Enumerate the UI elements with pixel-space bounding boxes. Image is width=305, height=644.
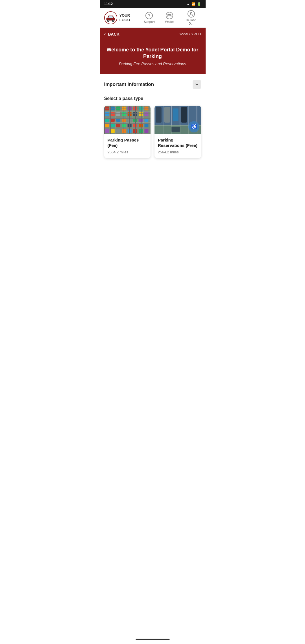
support-label: Support	[144, 20, 155, 23]
svg-rect-23	[110, 106, 114, 110]
svg-rect-50	[127, 123, 131, 127]
nav-divider-2	[179, 13, 179, 23]
important-info-label: Important Information	[104, 82, 154, 87]
pass-card-fee[interactable]: Parking Passes (Fee) 2564.2 miles	[104, 106, 151, 158]
svg-point-3	[108, 20, 109, 21]
svg-point-9	[190, 12, 192, 14]
svg-point-8	[170, 16, 170, 16]
pass-card-free-body: Parking Reservations (Free) 2564.2 miles	[154, 134, 201, 158]
svg-rect-48	[116, 123, 120, 127]
hero-title: Welcome to the Yodel Portal Demo for Par…	[105, 47, 200, 60]
svg-rect-70	[154, 125, 201, 134]
svg-rect-74	[181, 107, 187, 123]
support-button[interactable]: ? Support	[141, 11, 158, 25]
pass-card-fee-name: Parking Passes (Fee)	[108, 137, 147, 148]
profile-button[interactable]: Hi John D...	[181, 9, 201, 26]
important-info-accordion[interactable]: Important Information	[104, 79, 201, 90]
svg-rect-37	[144, 112, 148, 116]
battery-icon: 🔋	[197, 2, 201, 6]
svg-rect-49	[122, 123, 126, 127]
svg-rect-33	[122, 112, 126, 116]
svg-rect-42	[127, 118, 131, 122]
svg-rect-38	[105, 118, 109, 122]
pass-section-title: Select a pass type	[104, 96, 201, 101]
status-bar: 11:12 ▲ 📶 🔋	[100, 0, 206, 8]
wallet-label: Wallet	[165, 20, 174, 23]
svg-rect-58	[127, 129, 131, 133]
breadcrumb: Yodel / YPFD	[179, 32, 201, 36]
svg-rect-29	[144, 106, 148, 110]
back-arrow-icon[interactable]: ‹	[104, 31, 106, 37]
svg-rect-54	[105, 129, 109, 133]
svg-rect-46	[105, 123, 109, 127]
svg-rect-47	[110, 123, 114, 127]
svg-rect-43	[133, 118, 137, 122]
status-time: 11:12	[104, 2, 113, 6]
svg-rect-45	[144, 118, 148, 122]
accordion-expand-icon	[193, 80, 201, 89]
back-label[interactable]: BACK	[108, 32, 177, 36]
nav-actions: ? Support Wallet	[141, 9, 201, 26]
pass-card-fee-distance: 2564.2 miles	[108, 150, 147, 154]
wallet-icon	[166, 12, 173, 19]
svg-rect-73	[173, 108, 178, 121]
svg-rect-60	[139, 129, 143, 133]
svg-rect-36	[139, 112, 143, 116]
svg-rect-59	[133, 129, 137, 133]
svg-rect-51	[133, 123, 137, 127]
support-icon: ?	[145, 12, 153, 19]
logo-text-block: YOUR LOGO	[119, 13, 141, 22]
svg-rect-35	[133, 112, 137, 116]
status-icons: ▲ 📶 🔋	[187, 2, 201, 6]
pass-cards-container: Parking Passes (Fee) 2564.2 miles	[104, 106, 201, 158]
svg-point-76	[188, 121, 200, 132]
svg-text:♿: ♿	[191, 123, 197, 130]
hero-banner: Welcome to the Yodel Portal Demo for Par…	[100, 40, 206, 74]
svg-rect-30	[105, 112, 109, 116]
svg-rect-27	[133, 106, 137, 110]
svg-rect-10	[104, 106, 151, 134]
svg-rect-24	[116, 106, 120, 110]
svg-rect-26	[127, 106, 131, 110]
svg-rect-28	[139, 106, 143, 110]
wallet-button[interactable]: Wallet	[162, 11, 177, 25]
hero-subtitle: Parking Fee Passes and Reservations	[105, 62, 200, 66]
navbar: YOUR LOGO ? Support Wallet	[100, 8, 206, 28]
svg-rect-32	[116, 112, 120, 116]
pass-card-free-name: Parking Reservations (Free)	[158, 137, 198, 148]
svg-rect-52	[139, 123, 143, 127]
pass-card-fee-image	[104, 106, 151, 134]
logo-icon	[104, 11, 117, 25]
svg-rect-44	[139, 118, 143, 122]
profile-icon	[188, 10, 195, 18]
svg-rect-61	[144, 129, 148, 133]
pass-card-free-distance: 2564.2 miles	[158, 150, 198, 154]
logo-container: YOUR LOGO	[104, 11, 141, 25]
pass-card-fee-body: Parking Passes (Fee) 2564.2 miles	[104, 134, 151, 158]
svg-point-5	[112, 20, 114, 21]
pass-card-free[interactable]: ♿ Parking Reservations (Free) 2564.2 mil…	[154, 106, 201, 158]
svg-rect-39	[110, 118, 114, 122]
svg-rect-53	[144, 123, 148, 127]
profile-label: Hi John D...	[184, 18, 198, 25]
svg-rect-75	[171, 127, 180, 132]
svg-rect-40	[116, 118, 120, 122]
svg-rect-31	[110, 112, 114, 116]
wifi-icon: ▲	[187, 2, 190, 6]
pass-card-free-image: ♿	[154, 106, 201, 134]
signal-icon: 📶	[191, 2, 195, 6]
svg-rect-25	[122, 106, 126, 110]
svg-rect-41	[122, 118, 126, 122]
nav-divider-1	[160, 13, 160, 23]
svg-rect-55	[110, 129, 114, 133]
logo-text: YOUR LOGO	[119, 13, 141, 22]
svg-rect-72	[164, 107, 170, 123]
svg-rect-56	[116, 129, 120, 133]
info-section: Important Information	[100, 79, 206, 90]
svg-rect-57	[122, 129, 126, 133]
svg-rect-22	[105, 106, 109, 110]
back-bar: ‹ BACK Yodel / YPFD	[100, 28, 206, 40]
svg-rect-62	[154, 106, 201, 134]
svg-rect-34	[127, 112, 131, 116]
pass-section: Select a pass type	[100, 90, 206, 164]
